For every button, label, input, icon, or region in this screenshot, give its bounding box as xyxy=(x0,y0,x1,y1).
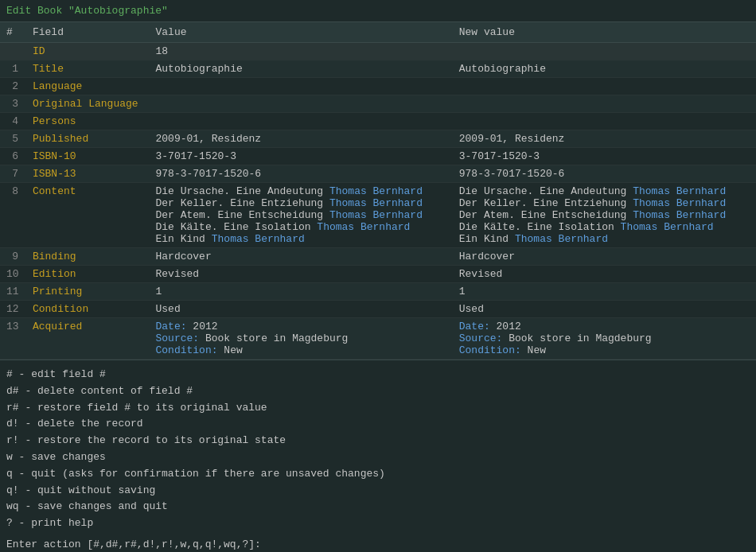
field-value-5: 3-7017-1520-3 xyxy=(150,148,453,165)
col-header-field: Field xyxy=(26,22,150,43)
row-num-8: 8 xyxy=(0,183,26,248)
table-body: ID 18 1TitleAutobiographieAutobiographie… xyxy=(0,43,756,360)
field-name-1: Language xyxy=(26,78,150,95)
row-num-9: 9 xyxy=(0,248,26,266)
row-num-4: 4 xyxy=(0,113,26,130)
field-value-3 xyxy=(150,113,453,130)
field-name-10: Printing xyxy=(26,283,150,301)
table-row: 2Language xyxy=(0,78,756,95)
id-field-value: 18 xyxy=(150,43,453,60)
new-value-8: Hardcover xyxy=(453,248,756,266)
help-line: # - edit field # xyxy=(6,367,750,383)
field-value-12: Date: 2012Source: Book store in Magdebur… xyxy=(150,318,453,360)
new-value-3 xyxy=(453,113,756,130)
col-header-newvalue: New value xyxy=(453,22,756,43)
new-value-7: Die Ursache. Eine Andeutung Thomas Bernh… xyxy=(453,183,756,248)
table-row-id: ID 18 xyxy=(0,43,756,60)
help-line: ? - print help xyxy=(6,515,750,532)
new-value-4: 2009-01, Residenz xyxy=(453,130,756,148)
page-title: Edit Book "Autobiographie" xyxy=(6,5,168,17)
prompt-line: Enter action [#,d#,r#,d!,r!,w,q,q!,wq,?]… xyxy=(6,538,261,550)
table-container: # Field Value New value ID 18 1TitleAuto… xyxy=(0,21,756,360)
row-num-6: 6 xyxy=(0,148,26,165)
table-row: 5Published2009-01, Residenz2009-01, Resi… xyxy=(0,130,756,148)
table-row: 6ISBN-103-7017-1520-33-7017-1520-3 xyxy=(0,148,756,165)
title-bar: Edit Book "Autobiographie" xyxy=(0,0,756,21)
field-name-4: Published xyxy=(26,130,150,148)
table-row: 1TitleAutobiographieAutobiographie xyxy=(0,60,756,78)
table-row: 10EditionRevisedRevised xyxy=(0,266,756,283)
col-header-value: Value xyxy=(150,22,453,43)
field-value-7: Die Ursache. Eine Andeutung Thomas Bernh… xyxy=(150,183,453,248)
table-row: 11Printing11 xyxy=(0,283,756,301)
row-num-1: 1 xyxy=(0,60,26,78)
table-header-row: # Field Value New value xyxy=(0,22,756,43)
field-name-11: Condition xyxy=(26,301,150,318)
field-name-2: Original Language xyxy=(26,95,150,113)
field-value-10: 1 xyxy=(150,283,453,301)
field-name-6: ISBN-13 xyxy=(26,165,150,183)
new-value-1 xyxy=(453,78,756,95)
field-name-5: ISBN-10 xyxy=(26,148,150,165)
field-name-9: Edition xyxy=(26,266,150,283)
help-line: r! - restore the record to its original … xyxy=(6,433,750,449)
table-row: 9BindingHardcoverHardcover xyxy=(0,248,756,266)
row-num-10: 10 xyxy=(0,266,26,283)
help-line: w - save changes xyxy=(6,449,750,466)
help-lines: # - edit field #d# - delete content of f… xyxy=(6,367,750,532)
field-value-0: Autobiographie xyxy=(150,60,453,78)
row-num-5: 5 xyxy=(0,130,26,148)
field-name-12: Acquired xyxy=(26,318,150,360)
row-num-3: 3 xyxy=(0,95,26,113)
field-value-6: 978-3-7017-1520-6 xyxy=(150,165,453,183)
new-value-12: Date: 2012Source: Book store in Magdebur… xyxy=(453,318,756,360)
field-value-9: Revised xyxy=(150,266,453,283)
row-num-13: 13 xyxy=(0,318,26,360)
id-row-num xyxy=(0,43,26,60)
help-line: r# - restore field # to its original val… xyxy=(6,400,750,417)
new-value-10: 1 xyxy=(453,283,756,301)
help-line: wq - save changes and quit xyxy=(6,499,750,515)
new-value-6: 978-3-7017-1520-6 xyxy=(453,165,756,183)
row-num-7: 7 xyxy=(0,165,26,183)
prompt-section: Enter action [#,d#,r#,d!,r!,w,q,q!,wq,?]… xyxy=(0,535,756,552)
row-num-12: 12 xyxy=(0,301,26,318)
help-line: q! - quit without saving xyxy=(6,483,750,500)
field-name-8: Binding xyxy=(26,248,150,266)
new-value-9: Revised xyxy=(453,266,756,283)
data-table: # Field Value New value ID 18 1TitleAuto… xyxy=(0,22,756,360)
new-value-11: Used xyxy=(453,301,756,318)
field-name-7: Content xyxy=(26,183,150,248)
help-line: d! - delete the record xyxy=(6,416,750,433)
table-row: 4Persons xyxy=(0,113,756,130)
new-value-0: Autobiographie xyxy=(453,60,756,78)
new-value-5: 3-7017-1520-3 xyxy=(453,148,756,165)
field-name-0: Title xyxy=(26,60,150,78)
field-value-2 xyxy=(150,95,453,113)
row-num-2: 2 xyxy=(0,78,26,95)
field-value-1 xyxy=(150,78,453,95)
field-value-11: Used xyxy=(150,301,453,318)
id-field-name: ID xyxy=(26,43,150,60)
row-num-11: 11 xyxy=(0,283,26,301)
col-header-num: # xyxy=(0,22,26,43)
table-row: 12ConditionUsedUsed xyxy=(0,301,756,318)
help-line: d# - delete content of field # xyxy=(6,383,750,400)
table-row: 7ISBN-13978-3-7017-1520-6978-3-7017-1520… xyxy=(0,165,756,183)
table-row: 13AcquiredDate: 2012Source: Book store i… xyxy=(0,318,756,360)
help-line: q - quit (asks for confirmation if there… xyxy=(6,466,750,483)
table-row: 8ContentDie Ursache. Eine Andeutung Thom… xyxy=(0,183,756,248)
field-value-8: Hardcover xyxy=(150,248,453,266)
field-name-3: Persons xyxy=(26,113,150,130)
field-value-4: 2009-01, Residenz xyxy=(150,130,453,148)
table-row: 3Original Language xyxy=(0,95,756,113)
id-new-value xyxy=(453,43,756,60)
help-section: # - edit field #d# - delete content of f… xyxy=(0,360,756,535)
new-value-2 xyxy=(453,95,756,113)
